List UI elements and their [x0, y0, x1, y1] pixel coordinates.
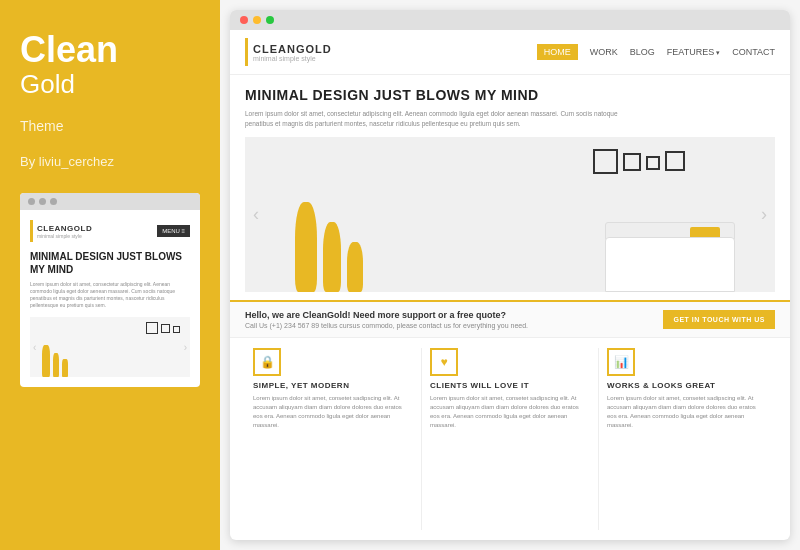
- mini-image: ‹ ›: [30, 317, 190, 377]
- feature-title-0: SIMPLE, YET MODERN: [253, 381, 413, 390]
- browser-dot-close[interactable]: [240, 16, 248, 24]
- mini-wall-squares: [146, 322, 180, 334]
- wall-sq-3: [646, 156, 660, 170]
- cta-sub-text: Call Us (+1) 234 567 89 tellus cursus co…: [245, 322, 528, 329]
- browser-dot-minimize[interactable]: [253, 16, 261, 24]
- mini-body-text: Lorem ipsum dolor sit amet, consectetur …: [30, 281, 190, 309]
- cta-main-text: Hello, we are CleanGold! Need more suppo…: [245, 310, 528, 320]
- mini-logo-text-wrapper: CLEANGOLD minimal simple style: [37, 224, 92, 239]
- sofa-area: [369, 137, 735, 292]
- feature-icon-1: ♥: [430, 348, 458, 376]
- mini-vases: [30, 317, 83, 377]
- theme-title: Clean Gold: [20, 30, 200, 98]
- nav-home[interactable]: HOME: [537, 44, 578, 60]
- feature-title-2: WORKS & LOOKS GREAT: [607, 381, 767, 390]
- feature-icon-2: 📊: [607, 348, 635, 376]
- feature-col-0: 🔒 SIMPLE, YET MODERN Lorem ipsum dolor s…: [245, 348, 422, 531]
- mini-logo: CLEANGOLD minimal simple style: [30, 220, 92, 242]
- site-logo-text: CLEANGOLD: [253, 43, 332, 55]
- title-line2: Gold: [20, 70, 200, 99]
- site-logo-area: CLEANGOLD minimal simple style: [245, 38, 527, 66]
- nav-work[interactable]: WORK: [590, 47, 618, 57]
- browser-content: CLEANGOLD minimal simple style HOME WORK…: [230, 30, 790, 540]
- vase-3: [347, 242, 363, 292]
- mini-menu-button[interactable]: MENU ≡: [157, 225, 190, 237]
- feature-col-2: 📊 WORKS & LOOKS GREAT Lorem ipsum dolor …: [599, 348, 775, 531]
- site-logo-bar: [245, 38, 248, 66]
- mini-sq-2: [161, 324, 170, 333]
- mini-topbar: [20, 193, 200, 210]
- feature-icon-0: 🔒: [253, 348, 281, 376]
- mini-preview-card: CLEANGOLD minimal simple style MENU ≡ MI…: [20, 193, 200, 387]
- mini-dot-3: [50, 198, 57, 205]
- mini-dot-2: [39, 198, 46, 205]
- theme-author: By liviu_cerchez: [20, 154, 200, 169]
- sofa-wrapper: [605, 237, 735, 292]
- wall-sq-2: [623, 153, 641, 171]
- site-logo-sub: minimal simple style: [253, 55, 332, 62]
- mini-vase-2: [53, 353, 59, 377]
- site-headline: MINIMAL DESIGN JUST BLOWS MY MIND: [245, 87, 775, 103]
- browser-topbar: [230, 10, 790, 30]
- mini-sq-3: [173, 326, 180, 333]
- feature-text-2: Lorem ipsum dolor sit amet, consetet sad…: [607, 394, 767, 430]
- slider-prev-arrow[interactable]: ‹: [253, 204, 259, 225]
- site-logo-wrapper: CLEANGOLD minimal simple style: [253, 43, 332, 62]
- nav-features[interactable]: FEATURES: [667, 47, 720, 57]
- mini-vase-3: [62, 359, 68, 377]
- mini-vase-1: [42, 345, 50, 377]
- site-features: 🔒 SIMPLE, YET MODERN Lorem ipsum dolor s…: [230, 338, 790, 541]
- feature-text-1: Lorem ipsum dolor sit amet, consetet sad…: [430, 394, 590, 430]
- site-cta-bar: Hello, we are CleanGold! Need more suppo…: [230, 300, 790, 338]
- browser-window: CLEANGOLD minimal simple style HOME WORK…: [230, 10, 790, 540]
- site-nav: CLEANGOLD minimal simple style HOME WORK…: [230, 30, 790, 75]
- mini-next-arrow[interactable]: ›: [184, 342, 187, 353]
- site-slider: ‹: [245, 137, 775, 292]
- slider-next-arrow[interactable]: ›: [761, 204, 767, 225]
- browser-dot-maximize[interactable]: [266, 16, 274, 24]
- vase-2: [323, 222, 341, 292]
- site-description: Lorem ipsum dolor sit amet, consectetur …: [245, 109, 645, 129]
- mini-logo-sub: minimal simple style: [37, 233, 92, 239]
- slider-content: [245, 137, 775, 292]
- left-panel: Clean Gold Theme By liviu_cerchez CLEANG…: [0, 0, 220, 550]
- wall-sq-1: [593, 149, 618, 174]
- feature-col-1: ♥ CLIENTS WILL LOVE IT Lorem ipsum dolor…: [422, 348, 599, 531]
- feature-title-1: CLIENTS WILL LOVE IT: [430, 381, 590, 390]
- right-panel: CLEANGOLD minimal simple style HOME WORK…: [220, 0, 800, 550]
- feature-text-0: Lorem ipsum dolor sit amet, consetet sad…: [253, 394, 413, 430]
- theme-subtitle: Theme: [20, 118, 200, 134]
- nav-blog[interactable]: BLOG: [630, 47, 655, 57]
- mini-headline: MINIMAL DESIGN JUST BLOWS MY MIND: [30, 250, 190, 276]
- sofa-body: [605, 237, 735, 292]
- wall-sq-4: [665, 151, 685, 171]
- mini-logo-name: CLEANGOLD: [37, 224, 92, 233]
- title-line1: Clean: [20, 30, 200, 70]
- mini-dot-1: [28, 198, 35, 205]
- mini-logo-bar: [30, 220, 33, 242]
- site-hero: MINIMAL DESIGN JUST BLOWS MY MIND Lorem …: [230, 75, 790, 137]
- site-nav-links: HOME WORK BLOG FEATURES CONTACT: [537, 44, 775, 60]
- mini-content: CLEANGOLD minimal simple style MENU ≡ MI…: [20, 210, 200, 387]
- mini-prev-arrow[interactable]: ‹: [33, 342, 36, 353]
- nav-contact[interactable]: CONTACT: [732, 47, 775, 57]
- vase-1: [295, 202, 317, 292]
- wall-squares: [593, 149, 685, 174]
- mini-header: CLEANGOLD minimal simple style MENU ≡: [30, 220, 190, 242]
- cta-button[interactable]: GET IN TOUCH WITH US: [663, 310, 775, 329]
- mini-sq-1: [146, 322, 158, 334]
- cta-text-area: Hello, we are CleanGold! Need more suppo…: [245, 310, 528, 329]
